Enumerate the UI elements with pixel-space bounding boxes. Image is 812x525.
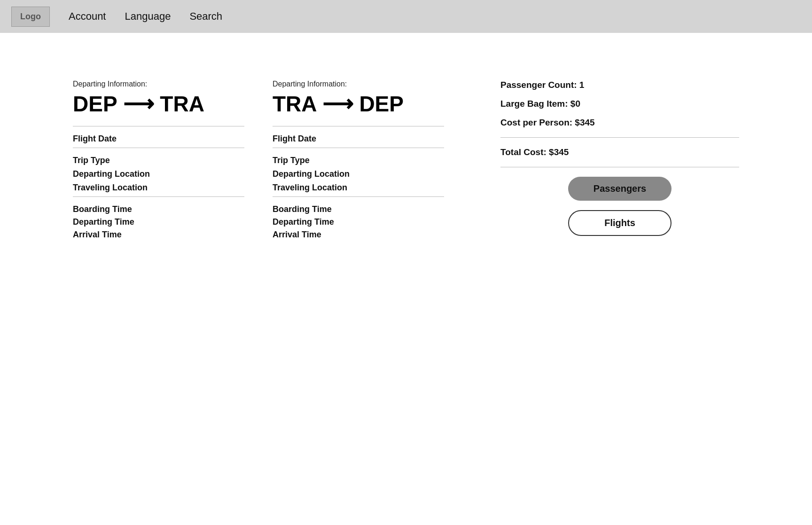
flight2-flight-date-label: Flight Date bbox=[273, 134, 444, 144]
cost-per-person: Cost per Person: $345 bbox=[500, 118, 739, 128]
flight1-column: Departing Information: DEP ⟶ TRA Flight … bbox=[73, 80, 244, 243]
flight2-trip-type-label: Trip Type bbox=[273, 156, 444, 165]
nav-language[interactable]: Language bbox=[125, 10, 171, 23]
flight2-flight-date-group: Flight Date bbox=[273, 134, 444, 144]
main-content: Departing Information: DEP ⟶ TRA Flight … bbox=[0, 33, 812, 271]
flight2-route: TRA ⟶ DEP bbox=[273, 91, 444, 117]
flight1-arrival-time-label: Arrival Time bbox=[73, 230, 244, 240]
flight1-divider-3 bbox=[73, 196, 244, 197]
flight1-divider-2 bbox=[73, 148, 244, 148]
logo[interactable]: Logo bbox=[11, 7, 50, 27]
action-buttons: Passengers Flights bbox=[500, 177, 739, 236]
flight2-arrival-time-label: Arrival Time bbox=[273, 230, 444, 240]
flight1-route: DEP ⟶ TRA bbox=[73, 91, 244, 117]
flight1-flight-date-group: Flight Date bbox=[73, 134, 244, 144]
large-bag-item: Large Bag Item: $0 bbox=[500, 99, 739, 109]
summary-divider-2 bbox=[500, 167, 739, 167]
summary-divider-1 bbox=[500, 137, 739, 138]
flight2-trip-type-group: Trip Type Departing Location Traveling L… bbox=[273, 156, 444, 193]
nav-account[interactable]: Account bbox=[69, 10, 106, 23]
flight1-departing-location-label: Departing Location bbox=[73, 169, 244, 179]
flight1-flight-date-label: Flight Date bbox=[73, 134, 244, 144]
passengers-button[interactable]: Passengers bbox=[568, 177, 671, 201]
flight1-departing-info-label: Departing Information: bbox=[73, 80, 244, 88]
flight2-divider-2 bbox=[273, 148, 444, 148]
flight1-trip-type-label: Trip Type bbox=[73, 156, 244, 165]
flight2-departing-time-label: Departing Time bbox=[273, 217, 444, 227]
flight2-divider-1 bbox=[273, 126, 444, 126]
header: Logo Account Language Search bbox=[0, 0, 812, 33]
flight2-time-group: Boarding Time Departing Time Arrival Tim… bbox=[273, 204, 444, 240]
flight1-departing-time-label: Departing Time bbox=[73, 217, 244, 227]
total-cost: Total Cost: $345 bbox=[500, 147, 739, 157]
flight1-boarding-time-label: Boarding Time bbox=[73, 204, 244, 214]
flight1-time-group: Boarding Time Departing Time Arrival Tim… bbox=[73, 204, 244, 240]
flights-button[interactable]: Flights bbox=[568, 210, 671, 236]
passenger-count: Passenger Count: 1 bbox=[500, 80, 739, 90]
flight2-divider-3 bbox=[273, 196, 444, 197]
summary-column: Passenger Count: 1 Large Bag Item: $0 Co… bbox=[472, 80, 739, 243]
flight1-traveling-location-label: Traveling Location bbox=[73, 183, 244, 193]
flight1-divider-1 bbox=[73, 126, 244, 126]
flight2-boarding-time-label: Boarding Time bbox=[273, 204, 444, 214]
logo-label: Logo bbox=[20, 12, 41, 21]
flight1-trip-type-group: Trip Type Departing Location Traveling L… bbox=[73, 156, 244, 193]
flight2-column: Departing Information: TRA ⟶ DEP Flight … bbox=[273, 80, 444, 243]
flight2-departing-location-label: Departing Location bbox=[273, 169, 444, 179]
flight2-departing-info-label: Departing Information: bbox=[273, 80, 444, 88]
flight2-traveling-location-label: Traveling Location bbox=[273, 183, 444, 193]
nav-search[interactable]: Search bbox=[189, 10, 222, 23]
